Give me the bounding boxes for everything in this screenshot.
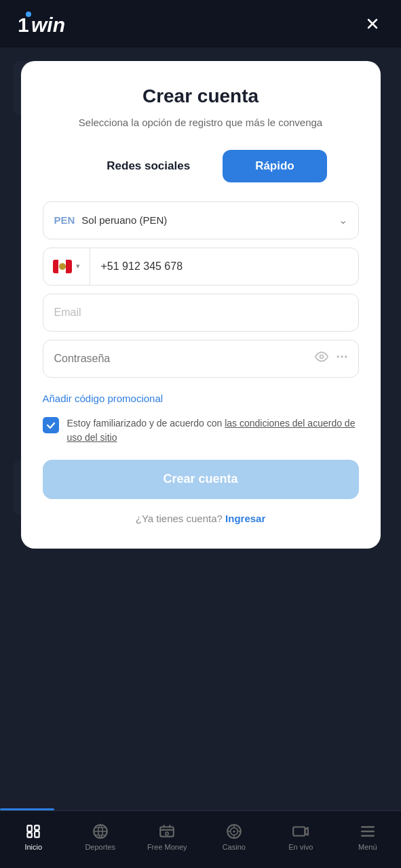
terms-checkbox-wrapper	[43, 417, 59, 433]
nav-item-menu[interactable]: Menú	[344, 823, 392, 851]
nav-label-deportes: Deportes	[85, 843, 115, 851]
nav-label-free-money: Free Money	[147, 843, 187, 851]
terms-row: Estoy familiarizado y de acuerdo con las…	[43, 416, 359, 445]
email-input[interactable]	[43, 294, 359, 332]
flag-selector[interactable]: ▾	[43, 248, 90, 285]
currency-select[interactable]: PEN Sol peruano (PEN) ⌄	[43, 201, 359, 239]
currency-name: Sol peruano (PEN)	[81, 214, 338, 226]
nav-item-free-money[interactable]: Free Money	[143, 823, 191, 851]
chevron-down-icon: ⌄	[339, 214, 347, 226]
svg-rect-17	[293, 827, 305, 836]
phone-group: ▾	[43, 248, 359, 285]
nav-label-menu: Menú	[358, 843, 377, 851]
svg-rect-9	[35, 825, 39, 830]
logo: 1 win	[16, 10, 77, 37]
promo-link[interactable]: Añadir código promocional	[43, 393, 164, 404]
menu-icon	[359, 823, 377, 840]
tab-container: Redes sociales Rápido	[43, 150, 359, 182]
modal-title: Crear cuenta	[43, 85, 359, 107]
logo-svg: 1 win	[16, 10, 77, 37]
svg-rect-8	[28, 833, 33, 837]
login-text: ¿Ya tienes cuenta?	[136, 513, 223, 524]
nav-item-inicio[interactable]: Inicio	[9, 823, 57, 851]
password-field	[43, 340, 359, 378]
en-vivo-icon	[292, 823, 309, 840]
nav-label-inicio: Inicio	[24, 843, 42, 851]
eye-icon[interactable]	[315, 350, 328, 367]
flag-chevron-icon: ▾	[76, 262, 80, 271]
nav-item-casino[interactable]: Casino	[210, 823, 258, 851]
nav-label-en-vivo: En vivo	[288, 843, 313, 851]
create-account-button[interactable]: Crear cuenta	[43, 460, 359, 499]
peru-flag-icon	[53, 260, 72, 273]
svg-text:1: 1	[18, 14, 29, 36]
svg-text:win: win	[31, 14, 65, 36]
tab-social[interactable]: Redes sociales	[74, 150, 223, 182]
nav-label-casino: Casino	[223, 843, 246, 851]
nav-item-deportes[interactable]: Deportes	[77, 823, 124, 851]
svg-point-1	[26, 12, 31, 17]
phone-field: ▾	[43, 248, 359, 285]
bottom-nav: Inicio Deportes	[0, 810, 401, 868]
svg-point-16	[233, 830, 235, 832]
nav-item-en-vivo[interactable]: En vivo	[277, 823, 324, 851]
casino-icon	[225, 823, 243, 840]
email-group	[43, 294, 359, 332]
password-group	[43, 340, 359, 378]
terms-checkbox[interactable]	[43, 417, 59, 433]
svg-point-13	[166, 832, 168, 835]
currency-group: PEN Sol peruano (PEN) ⌄	[43, 201, 359, 239]
tab-quick[interactable]: Rápido	[223, 150, 327, 182]
free-money-icon	[158, 823, 176, 840]
modal-subtitle: Selecciona la opción de registro que más…	[43, 115, 359, 131]
svg-point-5	[341, 355, 343, 357]
currency-code: PEN	[54, 214, 75, 226]
password-icons	[315, 350, 358, 367]
inicio-icon	[24, 823, 42, 840]
background-area: Crear cuenta Selecciona la opción de reg…	[0, 47, 401, 868]
header: 1 win	[0, 0, 401, 47]
deportes-icon	[92, 823, 109, 840]
more-options-icon[interactable]	[335, 350, 349, 367]
terms-label: Estoy familiarizado y de acuerdo con las…	[67, 416, 359, 445]
svg-point-3	[320, 355, 323, 359]
svg-rect-7	[28, 825, 33, 831]
login-link[interactable]: Ingresar	[225, 513, 265, 524]
modal: Crear cuenta Selecciona la opción de reg…	[21, 61, 381, 549]
svg-rect-10	[35, 831, 39, 837]
password-input[interactable]	[43, 353, 315, 365]
close-button[interactable]	[360, 12, 385, 36]
login-row: ¿Ya tienes cuenta? Ingresar	[43, 513, 359, 524]
phone-input[interactable]	[90, 260, 358, 273]
svg-point-4	[337, 355, 339, 357]
svg-point-6	[345, 355, 347, 357]
modal-overlay: Crear cuenta Selecciona la opción de reg…	[0, 47, 401, 868]
